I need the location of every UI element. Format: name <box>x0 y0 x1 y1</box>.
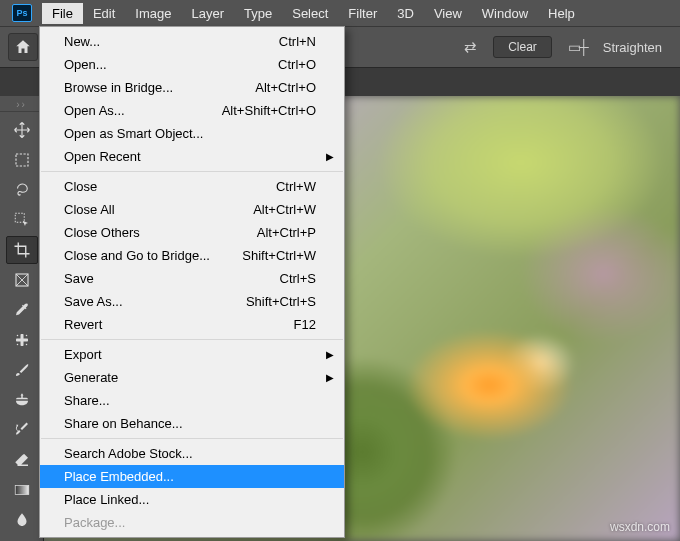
menu-item-shortcut: Ctrl+O <box>278 57 316 72</box>
toolbar-expand-handle[interactable]: ›› <box>0 98 43 112</box>
menu-item-label: Share on Behance... <box>64 416 316 431</box>
menu-item-save-as[interactable]: Save As...Shift+Ctrl+S <box>40 290 344 313</box>
menu-item-label: Search Adobe Stock... <box>64 446 316 461</box>
menu-item-shortcut: Ctrl+S <box>280 271 316 286</box>
menu-item-label: Open... <box>64 57 278 72</box>
menu-layer[interactable]: Layer <box>182 3 235 24</box>
menu-separator <box>41 171 343 172</box>
menu-3d[interactable]: 3D <box>387 3 424 24</box>
menu-item-label: Package... <box>64 515 316 530</box>
menu-item-shortcut: Shift+Ctrl+S <box>246 294 316 309</box>
menu-item-label: Close All <box>64 202 253 217</box>
menu-item-close-all[interactable]: Close AllAlt+Ctrl+W <box>40 198 344 221</box>
menu-item-label: Export <box>64 347 316 362</box>
menu-separator <box>41 438 343 439</box>
menu-item-shortcut: Ctrl+N <box>279 34 316 49</box>
menu-item-shortcut: Alt+Shift+Ctrl+O <box>222 103 316 118</box>
straighten-icon[interactable]: ▭┼ <box>568 39 587 55</box>
svg-rect-9 <box>15 486 29 495</box>
menu-item-label: New... <box>64 34 279 49</box>
menu-item-open-recent[interactable]: Open Recent▶ <box>40 145 344 168</box>
submenu-arrow-icon: ▶ <box>326 349 334 360</box>
file-menu-dropdown: New...Ctrl+NOpen...Ctrl+OBrowse in Bridg… <box>39 26 345 538</box>
menu-item-label: Save As... <box>64 294 246 309</box>
menu-item-save[interactable]: SaveCtrl+S <box>40 267 344 290</box>
submenu-arrow-icon: ▶ <box>326 372 334 383</box>
home-icon <box>14 38 32 56</box>
menu-item-shortcut: F12 <box>294 317 316 332</box>
marquee-tool[interactable] <box>6 146 38 174</box>
eraser-tool[interactable] <box>6 446 38 474</box>
menu-item-label: Place Embedded... <box>64 469 316 484</box>
menu-item-shortcut: Ctrl+W <box>276 179 316 194</box>
menu-select[interactable]: Select <box>282 3 338 24</box>
healing-brush-tool[interactable] <box>6 326 38 354</box>
clear-button[interactable]: Clear <box>493 36 552 58</box>
eyedropper-tool[interactable] <box>6 296 38 324</box>
menu-item-open[interactable]: Open...Ctrl+O <box>40 53 344 76</box>
menu-item-label: Save <box>64 271 280 286</box>
menu-help[interactable]: Help <box>538 3 585 24</box>
straighten-label[interactable]: Straighten <box>603 40 662 55</box>
history-brush-tool[interactable] <box>6 416 38 444</box>
menu-item-search-adobe-stock[interactable]: Search Adobe Stock... <box>40 442 344 465</box>
svg-point-7 <box>16 344 18 346</box>
menu-item-browse-in-bridge[interactable]: Browse in Bridge...Alt+Ctrl+O <box>40 76 344 99</box>
svg-rect-0 <box>16 154 28 166</box>
menu-bar: Ps File Edit Image Layer Type Select Fil… <box>0 0 680 26</box>
menu-item-revert[interactable]: RevertF12 <box>40 313 344 336</box>
menu-item-share[interactable]: Share... <box>40 389 344 412</box>
menu-item-label: Close and Go to Bridge... <box>64 248 242 263</box>
gradient-tool[interactable] <box>6 476 38 504</box>
lasso-tool[interactable] <box>6 176 38 204</box>
menu-type[interactable]: Type <box>234 3 282 24</box>
menu-item-share-on-behance[interactable]: Share on Behance... <box>40 412 344 435</box>
menu-item-shortcut: Alt+Ctrl+W <box>253 202 316 217</box>
menu-filter[interactable]: Filter <box>338 3 387 24</box>
menu-item-label: Open As... <box>64 103 222 118</box>
menu-item-shortcut: Alt+Ctrl+O <box>255 80 316 95</box>
menu-item-package: Package... <box>40 511 344 534</box>
svg-point-5 <box>16 335 18 337</box>
menu-view[interactable]: View <box>424 3 472 24</box>
menu-separator <box>41 339 343 340</box>
menu-item-label: Revert <box>64 317 294 332</box>
menu-item-close-others[interactable]: Close OthersAlt+Ctrl+P <box>40 221 344 244</box>
menu-item-shortcut: Shift+Ctrl+W <box>242 248 316 263</box>
menu-item-label: Open Recent <box>64 149 316 164</box>
menu-image[interactable]: Image <box>125 3 181 24</box>
menu-item-open-as-smart-object[interactable]: Open as Smart Object... <box>40 122 344 145</box>
crop-tool[interactable] <box>6 236 38 264</box>
swap-icon[interactable]: ⇄ <box>464 38 477 56</box>
menu-item-new[interactable]: New...Ctrl+N <box>40 30 344 53</box>
photoshop-app-icon: Ps <box>12 4 32 22</box>
menu-item-label: Place Linked... <box>64 492 316 507</box>
menu-item-label: Close <box>64 179 276 194</box>
tools-panel: ›› <box>0 96 44 541</box>
menu-item-label: Share... <box>64 393 316 408</box>
menu-item-close[interactable]: CloseCtrl+W <box>40 175 344 198</box>
menu-edit[interactable]: Edit <box>83 3 125 24</box>
submenu-arrow-icon: ▶ <box>326 151 334 162</box>
menu-item-label: Generate <box>64 370 316 385</box>
quick-select-tool[interactable] <box>6 206 38 234</box>
menu-item-open-as[interactable]: Open As...Alt+Shift+Ctrl+O <box>40 99 344 122</box>
menu-item-generate[interactable]: Generate▶ <box>40 366 344 389</box>
watermark-text: wsxdn.com <box>610 520 670 534</box>
home-button[interactable] <box>8 33 38 61</box>
move-tool[interactable] <box>6 116 38 144</box>
menu-item-export[interactable]: Export▶ <box>40 343 344 366</box>
menu-file[interactable]: File <box>42 3 83 24</box>
menu-item-close-and-go-to-bridge[interactable]: Close and Go to Bridge...Shift+Ctrl+W <box>40 244 344 267</box>
svg-point-6 <box>25 335 27 337</box>
clone-stamp-tool[interactable] <box>6 386 38 414</box>
blur-tool[interactable] <box>6 506 38 534</box>
frame-tool[interactable] <box>6 266 38 294</box>
menu-item-label: Browse in Bridge... <box>64 80 255 95</box>
brush-tool[interactable] <box>6 356 38 384</box>
menu-item-place-embedded[interactable]: Place Embedded... <box>40 465 344 488</box>
menu-item-place-linked[interactable]: Place Linked... <box>40 488 344 511</box>
menu-window[interactable]: Window <box>472 3 538 24</box>
menu-item-label: Open as Smart Object... <box>64 126 316 141</box>
menu-item-shortcut: Alt+Ctrl+P <box>257 225 316 240</box>
